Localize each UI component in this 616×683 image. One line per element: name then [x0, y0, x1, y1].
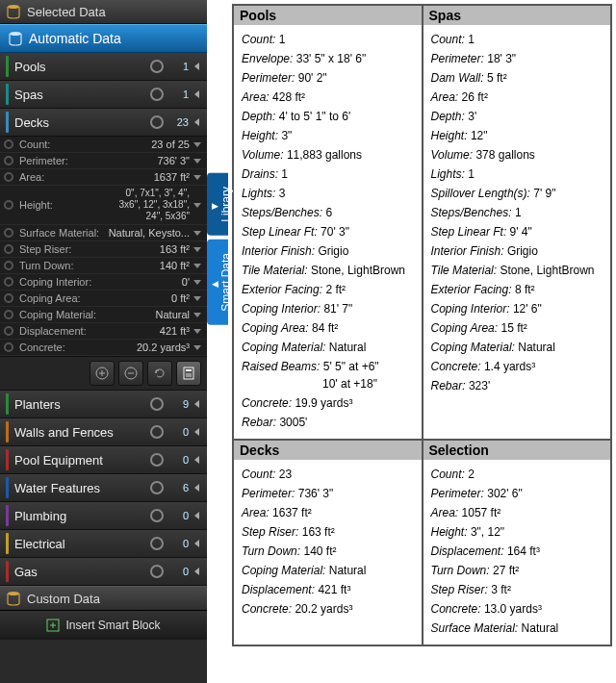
detail-value: 736' 3" [157, 155, 190, 166]
detail-row[interactable]: Coping Interior:0' [0, 274, 207, 291]
detail-label: Displacement: [19, 325, 160, 337]
insert-smart-block-button[interactable]: Insert Smart Block [0, 610, 207, 640]
dropdown-icon [193, 264, 201, 268]
refresh-button[interactable] [147, 361, 172, 386]
category-gas[interactable]: Gas 0 [0, 558, 207, 586]
category-count: 1 [171, 89, 189, 100]
property-name: Height: [242, 129, 278, 142]
property-value: Stone, LightBrown [500, 264, 594, 277]
detail-row[interactable]: Coping Area:0 ft² [0, 291, 207, 307]
property-value: 20.2 yards³ [295, 602, 352, 616]
property-name: Depth: [431, 110, 465, 123]
calculator-button[interactable] [176, 361, 201, 386]
panel-pools: PoolsCount: 1Envelope: 33' 5" x 18' 6"Pe… [233, 5, 423, 440]
property-name: Perimeter: [431, 52, 484, 65]
category-water-features[interactable]: Water Features 6 [0, 474, 207, 502]
property-value: 70' 3" [321, 225, 349, 239]
detail-label: Surface Material: [19, 227, 109, 239]
selected-data-header[interactable]: Selected Data [0, 0, 207, 24]
property-name: Perimeter: [242, 487, 295, 500]
add-button[interactable] [90, 361, 115, 386]
detail-label: Concrete: [19, 342, 137, 353]
property-value: 1637 ft² [272, 506, 312, 519]
property-row: Step Linear Ft: 9' 4" [431, 223, 603, 240]
property-value-sub: 10' at +18" [242, 375, 414, 392]
ring-icon [150, 481, 164, 494]
detail-value: 20.2 yards³ [137, 342, 190, 353]
property-name: Step Linear Ft: [431, 225, 507, 239]
ring-icon [150, 115, 164, 129]
detail-label: Area: [19, 171, 154, 183]
property-row: Coping Material: Natural [242, 339, 414, 356]
property-row: Lights: 1 [431, 165, 603, 183]
property-value: 1 [468, 167, 475, 181]
property-row: Turn Down: 27 ft² [431, 562, 603, 579]
ring-icon [150, 537, 164, 550]
dropdown-icon [193, 329, 201, 334]
property-row: Coping Interior: 12' 6" [431, 300, 603, 317]
category-count: 9 [171, 398, 189, 410]
data-grid: PoolsCount: 1Envelope: 33' 5" x 18' 6"Pe… [232, 4, 612, 646]
property-name: Depth: [242, 110, 275, 123]
category-plumbing[interactable]: Plumbing 0 [0, 502, 207, 530]
detail-row[interactable]: Count:23 of 25 [0, 137, 207, 153]
ring-icon [4, 293, 13, 303]
svg-rect-4 [184, 367, 193, 379]
detail-row[interactable]: Turn Down:140 ft² [0, 258, 207, 274]
property-row: Coping Material: Natural [431, 339, 603, 356]
category-walls-and-fences[interactable]: Walls and Fences 0 [0, 418, 207, 446]
detail-row[interactable]: Area:1637 ft² [0, 169, 207, 186]
detail-row[interactable]: Perimeter:736' 3" [0, 153, 207, 169]
detail-row[interactable]: Coping Material:Natural [0, 307, 207, 323]
tab-library[interactable]: ▶Library [207, 173, 228, 236]
detail-row[interactable]: Step Riser:163 ft² [0, 241, 207, 258]
ring-icon [150, 88, 164, 101]
collapse-icon [194, 540, 199, 547]
property-row: Depth: 4' to 5' 1" to 6' [242, 108, 414, 125]
property-row: Perimeter: 736' 3" [242, 485, 414, 502]
category-electrical[interactable]: Electrical 0 [0, 530, 207, 558]
property-value: 90' 2" [298, 71, 327, 85]
calculator-icon [181, 366, 196, 381]
category-label: Pool Equipment [14, 453, 150, 468]
tab-smart-data[interactable]: ◀Smart Data [207, 240, 228, 325]
category-spas[interactable]: Spas 1 [0, 81, 207, 109]
property-value: 1057 ft² [462, 506, 501, 519]
detail-label: Turn Down: [19, 260, 160, 271]
category-pool-equipment[interactable]: Pool Equipment 0 [0, 446, 207, 474]
detail-row[interactable]: Surface Material:Natural, Keysto... [0, 225, 207, 241]
category-pools[interactable]: Pools 1 [0, 53, 207, 81]
property-row: Raised Beams: 5' 5" at +6"10' at +18" [242, 358, 414, 392]
automatic-data-header[interactable]: Automatic Data [0, 24, 207, 53]
property-name: Exterior Facing: [431, 283, 512, 296]
property-row: Exterior Facing: 2 ft² [242, 281, 414, 298]
ring-icon [4, 200, 13, 210]
detail-row[interactable]: Displacement:421 ft³ [0, 323, 207, 340]
property-value: 3", 12" [471, 525, 504, 539]
property-value: 11,883 gallons [287, 148, 362, 162]
property-value: 3" [281, 129, 292, 142]
custom-data-header[interactable]: Custom Data [0, 586, 207, 610]
detail-value: 1637 ft² [154, 171, 190, 183]
property-row: Step Riser: 163 ft² [242, 523, 414, 541]
detail-row[interactable]: Concrete:20.2 yards³ [0, 340, 207, 356]
category-decks[interactable]: Decks 23 [0, 109, 207, 137]
panel-decks: DecksCount: 23Perimeter: 736' 3"Area: 16… [233, 440, 423, 645]
arrow-right-icon: ▶ [210, 190, 219, 222]
svg-rect-5 [186, 369, 192, 371]
property-row: Displacement: 164 ft³ [431, 543, 603, 560]
category-planters[interactable]: Planters 9 [0, 391, 207, 418]
property-value: Natural [329, 341, 367, 354]
remove-button[interactable] [118, 361, 143, 386]
property-name: Turn Down: [431, 564, 490, 577]
property-name: Coping Material: [242, 564, 325, 577]
property-value: 421 ft³ [318, 583, 350, 596]
property-name: Surface Material: [431, 621, 519, 635]
property-name: Count: [242, 468, 275, 481]
collapse-icon [194, 63, 199, 70]
detail-value: 0", 7x1", 3", 4",3x6", 12", 3x18",24", 5… [119, 188, 190, 222]
database-icon [8, 31, 23, 46]
detail-row[interactable]: Height:0", 7x1", 3", 4",3x6", 12", 3x18"… [0, 186, 207, 225]
detail-value: 140 ft² [160, 260, 190, 271]
property-row: Interior Finish: Grigio [242, 242, 414, 260]
